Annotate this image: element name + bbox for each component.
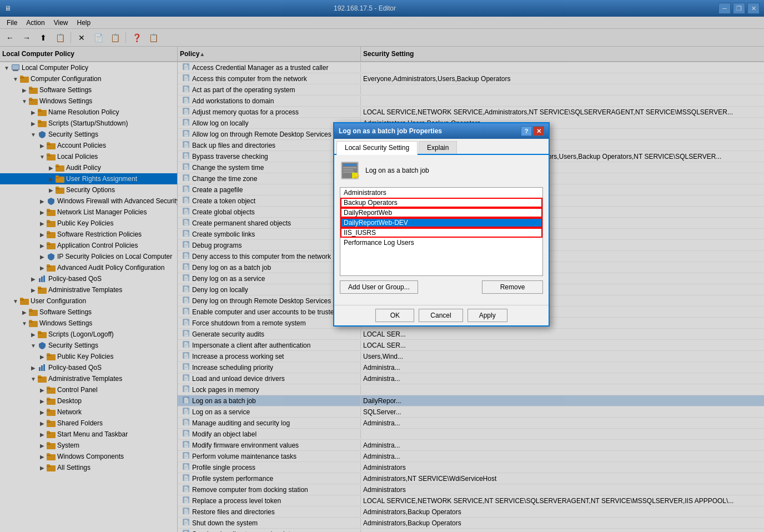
dialog-tabs: Local Security Setting Explain [334,139,549,155]
apply-button[interactable]: Apply [468,309,507,322]
dialog-title-buttons: ? ✕ [521,126,544,136]
ok-button[interactable]: OK [375,309,414,322]
dialog-policy-name: Log on as a batch job [365,167,429,174]
users-list-item[interactable]: IIS_IUSRS [340,228,542,238]
svg-text:🔑: 🔑 [354,173,359,179]
tab-local-security-setting[interactable]: Local Security Setting [336,141,418,155]
dialog-close-button[interactable]: ✕ [533,126,544,136]
users-list-item[interactable]: DailyReportWeb [340,208,542,218]
svg-rect-192 [343,172,354,173]
svg-rect-190 [343,167,356,168]
svg-rect-191 [343,169,353,170]
dialog-policy-icon: 🔑 [340,160,360,180]
dialog-action-buttons: Add User or Group... Remove [340,280,543,294]
properties-dialog: Log on as a batch job Properties ? ✕ Loc… [333,122,550,327]
remove-button[interactable]: Remove [482,280,543,294]
users-list-item[interactable]: Administrators [340,188,542,198]
users-list-item[interactable]: DailyReportWeb-DEV [340,218,542,228]
policy-icon-svg: 🔑 [340,160,360,180]
dialog-title-bar: Log on as a batch job Properties ? ✕ [334,123,549,139]
dialog-body: 🔑 Log on as a batch job AdministratorsBa… [334,155,549,305]
modal-overlay: Log on as a batch job Properties ? ✕ Loc… [0,0,764,532]
dialog-icon-row: 🔑 Log on as a batch job [340,160,543,180]
svg-rect-189 [343,164,356,166]
users-list-item[interactable]: Performance Log Users [340,238,542,248]
cancel-button[interactable]: Cancel [419,309,463,322]
dialog-help-button[interactable]: ? [521,126,532,136]
dialog-bottom-buttons: OK Cancel Apply [334,305,549,325]
users-list[interactable]: AdministratorsBackup OperatorsDailyRepor… [340,187,543,276]
add-user-button[interactable]: Add User or Group... [340,280,418,294]
dialog-title: Log on as a batch job Properties [339,127,442,135]
users-list-item[interactable]: Backup Operators [340,198,542,208]
tab-explain[interactable]: Explain [419,141,457,154]
